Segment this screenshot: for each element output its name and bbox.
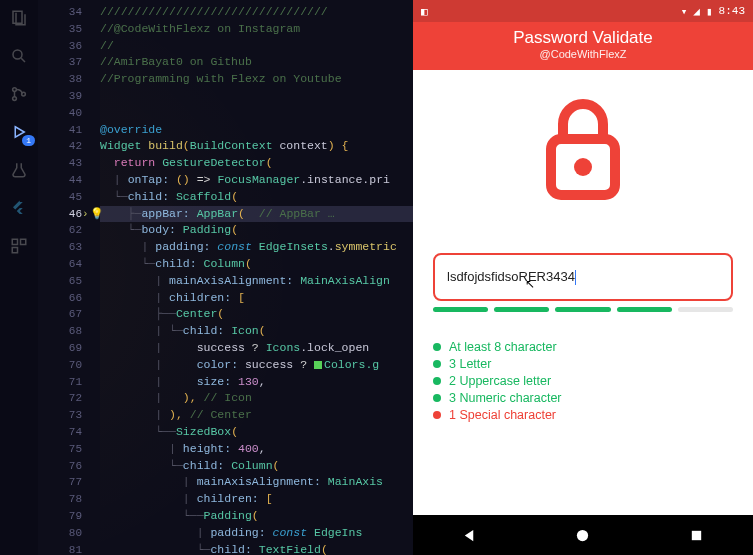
line-number: 44 (38, 172, 100, 189)
svg-point-10 (577, 529, 588, 540)
line-number: 67 (38, 306, 100, 323)
svg-point-2 (13, 88, 17, 92)
flutter-icon[interactable] (9, 198, 29, 218)
line-number: 68 (38, 323, 100, 340)
code-line[interactable]: | padding: const EdgeIns (100, 525, 413, 542)
line-number: 70 (38, 357, 100, 374)
code-line[interactable] (100, 105, 413, 122)
validation-rule: At least 8 character (433, 338, 733, 355)
code-line[interactable]: | ), // Icon (100, 390, 413, 407)
android-nav-bar (413, 515, 753, 555)
code-editor: 34353637383940414243444546💡6263646566676… (0, 0, 413, 555)
rule-text: 3 Numeric character (449, 391, 562, 405)
clock-text: 8:43 (719, 5, 745, 17)
code-line[interactable]: return GestureDetector( (100, 155, 413, 172)
rule-status-icon (433, 343, 441, 351)
line-number: 46💡 (38, 206, 100, 223)
rule-status-icon (433, 377, 441, 385)
code-line[interactable]: Widget build(BuildContext context) { (100, 138, 413, 155)
back-button[interactable] (462, 528, 477, 543)
code-line[interactable]: | mainAxisAlignment: MainAxis (100, 474, 413, 491)
code-line[interactable]: └──Padding( (100, 508, 413, 525)
code-line[interactable]: //Programming with Flexz on Youtube (100, 71, 413, 88)
strength-meter (433, 307, 733, 312)
svg-rect-6 (21, 239, 26, 244)
code-line[interactable]: //AmirBayat0 on Github (100, 54, 413, 71)
app-icon-statusbar: ◧ (421, 5, 428, 18)
line-number: 35 (38, 21, 100, 38)
android-status-bar: ◧ ▾ ◢ ▮ 8:43 (413, 0, 753, 22)
code-line[interactable]: //@CodeWithFlexz on Instagram (100, 21, 413, 38)
svg-rect-0 (13, 11, 22, 23)
app-bar: Password Validate @CodeWithFlexZ (413, 22, 753, 70)
line-number: 41 (38, 122, 100, 139)
line-number: 62 (38, 222, 100, 239)
code-line[interactable]: | mainAxisAlignment: MainAxisAlign (100, 273, 413, 290)
svg-point-3 (13, 97, 17, 101)
validation-rule: 2 Uppercase letter (433, 372, 733, 389)
rule-status-icon (433, 360, 441, 368)
code-line[interactable]: ├──Center( (100, 306, 413, 323)
line-number: 77 (38, 474, 100, 491)
code-line[interactable]: | children: [ (100, 491, 413, 508)
code-line[interactable]: └──SizedBox( (100, 424, 413, 441)
code-line[interactable]: | ), // Center (100, 407, 413, 424)
explorer-icon[interactable] (9, 8, 29, 28)
lock-icon (533, 94, 633, 209)
line-number: 39 (38, 88, 100, 105)
code-line[interactable]: ├─appBar: AppBar( // AppBar … (100, 206, 413, 223)
debug-icon[interactable] (9, 122, 29, 142)
code-line[interactable]: // (100, 38, 413, 55)
code-line[interactable]: └─child: TextField( (100, 542, 413, 556)
code-line[interactable]: @override (100, 122, 413, 139)
recents-button[interactable] (689, 528, 704, 543)
line-number: 64 (38, 256, 100, 273)
code-line[interactable]: └─child: Column( (100, 256, 413, 273)
code-line[interactable]: | children: [ (100, 290, 413, 307)
code-line[interactable]: └─child: Column( (100, 458, 413, 475)
code-line[interactable]: | height: 400, (100, 441, 413, 458)
strength-segment (555, 307, 610, 312)
validation-rule: 1 Special character (433, 406, 733, 423)
svg-point-9 (574, 158, 592, 176)
code-line[interactable]: | └─child: Icon( (100, 323, 413, 340)
code-line[interactable]: ///////////////////////////////// (100, 4, 413, 21)
app-body: lsdfojdsfidsoRER3434 ↖ At least 8 charac… (413, 70, 753, 515)
svg-rect-11 (692, 530, 701, 539)
code-area[interactable]: ///////////////////////////////////@Code… (100, 0, 413, 555)
code-line[interactable]: | onTap: () => FocusManager.instance.pri (100, 172, 413, 189)
line-number: 34 (38, 4, 100, 21)
rule-text: 3 Letter (449, 357, 491, 371)
rule-status-icon (433, 394, 441, 402)
svg-point-1 (13, 50, 22, 59)
password-input[interactable]: lsdfojdsfidsoRER3434 ↖ (433, 253, 733, 301)
extensions-icon[interactable] (9, 236, 29, 256)
rule-status-icon (433, 411, 441, 419)
strength-segment (494, 307, 549, 312)
line-number: 43 (38, 155, 100, 172)
code-line[interactable]: | size: 130, (100, 374, 413, 391)
code-line[interactable] (100, 88, 413, 105)
code-line[interactable]: | padding: const EdgeInsets.symmetric (100, 239, 413, 256)
signal-icon: ◢ (693, 5, 700, 18)
line-number: 81 (38, 542, 100, 556)
line-number: 45 (38, 189, 100, 206)
line-number: 76 (38, 458, 100, 475)
home-button[interactable] (575, 528, 590, 543)
code-line[interactable]: └─body: Padding( (100, 222, 413, 239)
code-line[interactable]: | color: success ? Colors.g (100, 357, 413, 374)
line-number: 36 (38, 38, 100, 55)
validation-rules: At least 8 character3 Letter2 Uppercase … (433, 338, 733, 423)
svg-rect-7 (12, 248, 17, 253)
line-number: 40 (38, 105, 100, 122)
line-number: 73 (38, 407, 100, 424)
battery-icon: ▮ (706, 5, 713, 18)
source-control-icon[interactable] (9, 84, 29, 104)
line-number: 79 (38, 508, 100, 525)
search-icon[interactable] (9, 46, 29, 66)
strength-segment (617, 307, 672, 312)
wifi-icon: ▾ (681, 5, 688, 18)
code-line[interactable]: └─child: Scaffold( (100, 189, 413, 206)
testing-icon[interactable] (9, 160, 29, 180)
code-line[interactable]: | success ? Icons.lock_open (100, 340, 413, 357)
